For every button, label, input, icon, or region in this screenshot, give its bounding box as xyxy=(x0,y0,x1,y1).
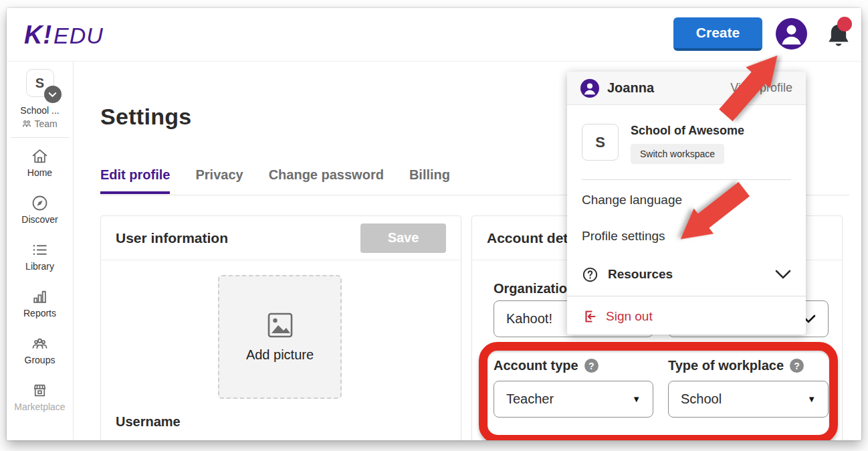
workspace-avatar: S xyxy=(582,124,619,161)
sidebar-item-groups[interactable]: Groups xyxy=(7,335,73,365)
app-window: K!EDU Create S School ... Team xyxy=(7,8,861,440)
username-label: Username xyxy=(116,414,181,430)
user-card-title: User information xyxy=(116,230,228,246)
question-circle-icon xyxy=(582,266,599,283)
sidebar-item-label: Library xyxy=(7,261,73,272)
resources-label: Resources xyxy=(608,267,673,282)
user-information-card: User information Save Add picture Userna… xyxy=(100,215,461,440)
account-type-select[interactable]: Teacher ▼ xyxy=(494,381,653,418)
workspace-name: School ... xyxy=(7,105,73,116)
user-avatar-icon xyxy=(776,18,807,50)
organization-value: Kahoot! xyxy=(506,311,552,327)
sidebar-item-marketplace[interactable]: Marketplace xyxy=(7,381,73,412)
sidebar-item-reports[interactable]: Reports xyxy=(7,288,73,319)
profile-user-name: Joanna xyxy=(607,80,654,96)
page-title: Settings xyxy=(100,104,192,130)
sidebar-item-label: Marketplace xyxy=(7,401,73,412)
dropdown-arrow-icon: ▼ xyxy=(807,394,816,404)
sign-out-label: Sign out xyxy=(606,309,653,324)
tab-privacy[interactable]: Privacy xyxy=(195,167,243,194)
add-picture-dropzone[interactable]: Add picture xyxy=(218,275,342,399)
sidebar-item-library[interactable]: Library xyxy=(7,241,73,272)
menu-divider xyxy=(567,296,806,296)
storefront-icon xyxy=(7,381,73,399)
logo-k-mark: K! xyxy=(24,21,52,49)
account-type-value: Teacher xyxy=(506,391,554,407)
account-type-label: Account type ? xyxy=(494,358,599,373)
tab-change-password[interactable]: Change password xyxy=(269,167,384,194)
menu-divider xyxy=(582,179,791,180)
dropdown-arrow-icon: ▼ xyxy=(632,394,641,404)
workspace-name: School of Awesome xyxy=(631,124,744,138)
chevron-down-icon xyxy=(775,270,791,279)
top-bar: K!EDU Create xyxy=(7,8,861,62)
help-icon[interactable]: ? xyxy=(584,359,599,373)
switch-workspace-button[interactable]: Switch workspace xyxy=(631,144,724,164)
sidebar-item-home[interactable]: Home xyxy=(7,147,73,178)
menu-item-change-language[interactable]: Change language xyxy=(582,193,682,207)
sidebar-item-label: Discover xyxy=(7,214,73,225)
profile-dropdown-menu: Joanna View profile S School of Awesome … xyxy=(567,72,806,335)
kahoot-edu-logo[interactable]: K!EDU xyxy=(24,21,104,50)
user-card-header: User information Save xyxy=(101,216,461,260)
chevron-down-icon xyxy=(44,86,62,103)
workplace-value: School xyxy=(681,391,722,407)
settings-tabs: Edit profile Privacy Change password Bil… xyxy=(100,167,450,194)
team-icon xyxy=(22,119,31,128)
notifications-button[interactable] xyxy=(824,20,859,55)
profile-menu-header: Joanna View profile xyxy=(567,72,806,105)
list-icon xyxy=(7,241,73,259)
home-icon xyxy=(7,147,73,165)
sidebar-item-discover[interactable]: Discover xyxy=(7,194,73,225)
notification-badge xyxy=(837,17,852,31)
tab-billing[interactable]: Billing xyxy=(409,167,450,194)
workplace-label: Type of workplace ? xyxy=(668,358,804,373)
image-icon xyxy=(266,311,294,339)
people-icon xyxy=(7,335,73,353)
save-button[interactable]: Save xyxy=(360,223,446,253)
user-icon xyxy=(580,79,599,98)
help-icon[interactable]: ? xyxy=(790,359,804,373)
sidebar-item-label: Groups xyxy=(7,355,73,365)
workplace-label-text: Type of workplace xyxy=(668,358,784,373)
team-label: Team xyxy=(34,118,57,129)
sign-out-icon xyxy=(582,308,598,325)
workspace-initial: S xyxy=(35,76,44,90)
workspace-row: S School of Awesome Switch workspace xyxy=(582,124,744,164)
sidebar-divider xyxy=(11,137,70,138)
workspace-switcher[interactable]: S xyxy=(26,69,54,97)
team-link[interactable]: Team xyxy=(7,118,73,129)
create-button[interactable]: Create xyxy=(673,17,762,51)
view-profile-link[interactable]: View profile xyxy=(730,81,792,95)
tab-edit-profile[interactable]: Edit profile xyxy=(100,167,170,194)
workplace-select[interactable]: School ▼ xyxy=(668,381,829,418)
logo-edu-text: EDU xyxy=(53,23,104,48)
bar-chart-icon xyxy=(7,288,73,306)
menu-item-resources[interactable]: Resources xyxy=(582,265,791,284)
compass-icon xyxy=(7,194,73,212)
add-picture-label: Add picture xyxy=(246,347,314,363)
profile-avatar-button[interactable] xyxy=(776,18,807,50)
menu-item-profile-settings[interactable]: Profile settings xyxy=(582,229,665,244)
account-type-label-text: Account type xyxy=(494,358,578,373)
sidebar-item-label: Reports xyxy=(7,308,73,319)
organization-label: Organization xyxy=(494,281,575,296)
sidebar: S School ... Team Home Discover Library xyxy=(7,62,74,440)
sidebar-item-label: Home xyxy=(7,167,73,178)
menu-item-sign-out[interactable]: Sign out xyxy=(582,308,791,325)
